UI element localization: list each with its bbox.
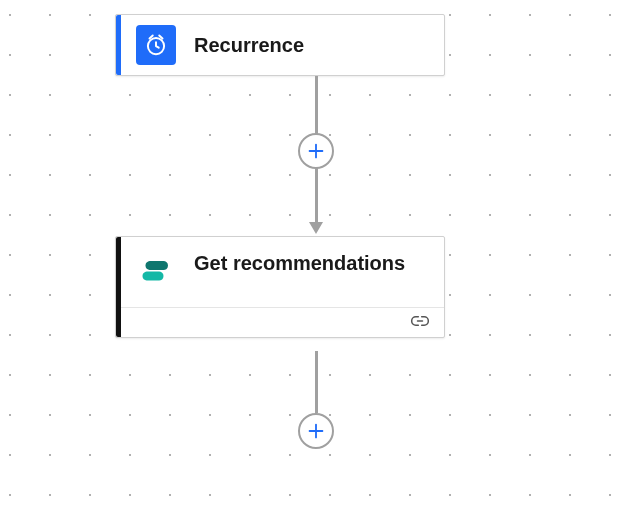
action-card[interactable]: Get recommendations xyxy=(115,236,445,338)
clock-icon xyxy=(143,32,169,58)
action-card-footer xyxy=(116,307,444,337)
add-step-button[interactable] xyxy=(298,133,334,169)
plus-icon xyxy=(305,140,327,162)
accent-bar xyxy=(116,237,121,337)
clock-icon-tile xyxy=(136,25,176,65)
connector-arrowhead xyxy=(309,222,323,234)
process-advisor-icon xyxy=(136,253,176,293)
trigger-card[interactable]: Recurrence xyxy=(115,14,445,76)
add-step-button[interactable] xyxy=(298,413,334,449)
link-icon[interactable] xyxy=(410,313,430,333)
action-title: Get recommendations xyxy=(194,251,405,276)
accent-bar xyxy=(116,15,121,75)
connector-line xyxy=(315,351,318,413)
plus-icon xyxy=(305,420,327,442)
trigger-title: Recurrence xyxy=(194,33,304,58)
flow-canvas[interactable]: Recurrence Get recommendations xyxy=(0,0,624,513)
